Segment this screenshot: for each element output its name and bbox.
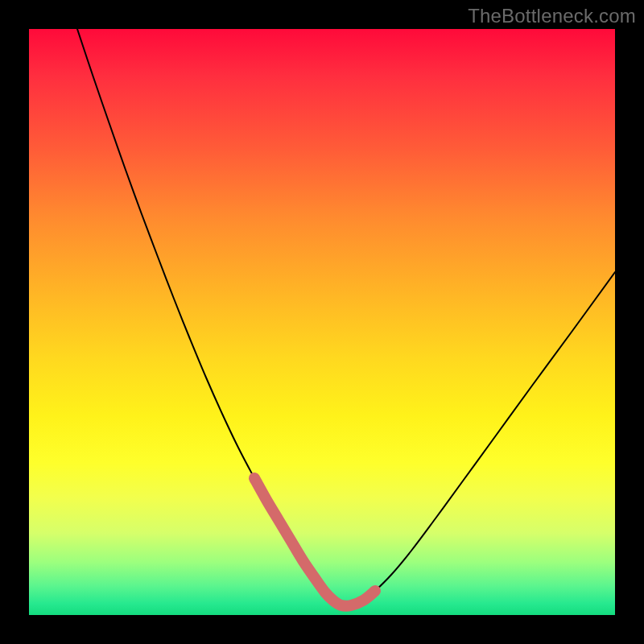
bottleneck-curve: [77, 29, 615, 606]
watermark-text: TheBottleneck.com: [468, 5, 636, 27]
highlight-band: [254, 478, 375, 606]
chart-frame: TheBottleneck.com: [0, 0, 644, 644]
curve-layer: [29, 29, 615, 615]
plot-area: [29, 29, 615, 615]
